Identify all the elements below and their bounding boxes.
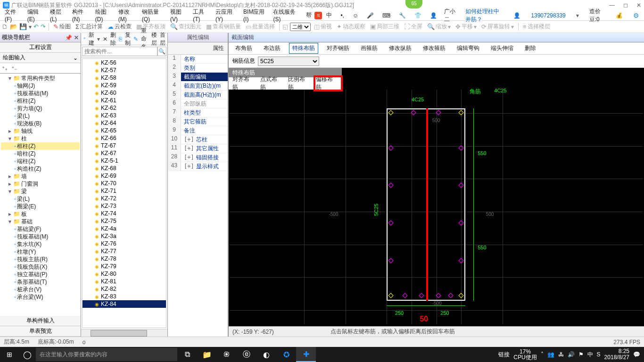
tree-node[interactable]: ▸📁轴线 xyxy=(1,127,80,135)
prop-row[interactable]: 5截面高(H边)(m xyxy=(168,90,228,99)
list-item[interactable]: ◉KZ-80 xyxy=(83,270,166,278)
tray-notif-icon[interactable]: 💬 xyxy=(633,351,640,358)
phone-dropdown-icon[interactable]: ▾ xyxy=(573,12,582,19)
ime-skin-icon[interactable]: 👕 xyxy=(412,12,424,19)
ime-mic-icon[interactable]: 🎤 xyxy=(364,12,377,19)
nav-icon-tabs[interactable]: ⁺₊⁺₋ xyxy=(0,63,81,74)
pan-tool[interactable]: ✥平移▾ xyxy=(454,23,478,31)
list-item[interactable]: ◉KZ-81 xyxy=(83,278,166,285)
list-item[interactable]: ◉KZ-75 xyxy=(83,217,166,225)
tray-people-icon[interactable]: 👥 xyxy=(547,351,554,358)
sum-tool[interactable]: Σ汇总计算 xyxy=(74,23,104,31)
section-tab[interactable]: 删除 xyxy=(522,43,539,53)
ime-face-icon[interactable]: ☺ xyxy=(350,12,361,19)
tree-node[interactable]: ▾📁柱 xyxy=(1,135,80,142)
phone-number[interactable]: 13907298339 xyxy=(528,12,568,19)
canvas-area[interactable]: 特殊布筋 对齐布筋点式布筋比例布筋偏移布筋 -500 500 500 -500 xyxy=(229,68,644,337)
list-item[interactable]: ◉KZ-72 xyxy=(83,195,166,202)
start-button[interactable]: ⊞ xyxy=(0,351,19,358)
app-360b[interactable]: ◐ xyxy=(256,347,276,362)
list-item[interactable]: ◉KZ-66 xyxy=(83,134,166,142)
list-item[interactable]: ◉KZ-61 xyxy=(83,97,166,104)
list-item[interactable]: ◉KZ-73 xyxy=(83,202,166,210)
tree-node[interactable]: ▾📁基础 xyxy=(1,218,80,225)
menu-modify[interactable]: 修改(M) xyxy=(116,8,139,23)
find-tool[interactable]: 🔍查找图元 xyxy=(169,23,203,31)
taskbar-search[interactable]: 在这里输入你要搜索的内容 xyxy=(36,348,177,361)
select-floor-tool[interactable]: ≡选择楼层 xyxy=(521,23,552,31)
tray-ime-icon[interactable]: 中 xyxy=(587,351,593,359)
section-tab[interactable]: 修改箍筋 xyxy=(420,43,448,53)
component-tree[interactable]: ▾📁常用构件类型▫轴网(J)▫筏板基础(M)▫框柱(Z)▫剪力墙(Q)▫梁(L)… xyxy=(0,74,81,316)
save-dropdown-icon[interactable]: ▾ xyxy=(29,24,32,30)
ime-cn-icon[interactable]: 中 xyxy=(323,11,335,19)
drawing[interactable]: -500 500 500 -500 xyxy=(230,90,643,324)
tray-net-icon[interactable]: 🖧 xyxy=(558,351,564,358)
rotate-screen-tool[interactable]: ⟳屏幕旋转▾ xyxy=(480,23,515,31)
undo-icon[interactable]: ↶ xyxy=(33,23,39,30)
orbit-tool[interactable]: ✦动态观察 xyxy=(335,23,367,31)
tree-node[interactable]: ▫框柱(Z) xyxy=(1,97,80,105)
align-top-tool[interactable]: ▦平齐板顶 xyxy=(135,23,167,31)
menu-component[interactable]: 构件(N) xyxy=(69,8,92,23)
tray-link[interactable]: 链接 xyxy=(498,351,510,359)
list-item[interactable]: ◉KZ-79 xyxy=(83,263,166,270)
section-tab[interactable]: 画箍筋 xyxy=(358,43,380,53)
prop-row[interactable]: 2类别 xyxy=(168,64,228,73)
tree-node[interactable]: ▫框柱(Z) xyxy=(1,142,80,150)
tree-node[interactable]: ▫集水坑(K) xyxy=(1,240,80,248)
section-tab[interactable]: 编辑弯钩 xyxy=(454,43,482,53)
topview-tool[interactable]: ◫俯视 xyxy=(313,23,333,31)
section-tab[interactable]: 对齐钢筋 xyxy=(324,43,352,53)
batch-select-tool[interactable]: ▭批量选择 xyxy=(244,23,276,31)
prop-row[interactable]: 28[+]锚固搭接 xyxy=(168,153,228,162)
tree-node[interactable]: ▫柱墩(Y) xyxy=(1,248,80,255)
menu-view[interactable]: 视图(V) xyxy=(167,8,190,23)
tree-node[interactable]: ▸📁板 xyxy=(1,210,80,218)
pin-icon[interactable]: 📌 xyxy=(65,34,72,41)
rebar-info-select[interactable]: 5C25 xyxy=(258,57,319,66)
open-icon[interactable]: 📂 xyxy=(10,23,17,30)
draw-tool[interactable]: ✎绘图 xyxy=(52,23,72,31)
section-tab[interactable]: 端头伸缩 xyxy=(488,43,516,53)
settings-icon[interactable]: ⚙ xyxy=(630,12,642,19)
menu-draw[interactable]: 绘图(D) xyxy=(92,8,116,23)
tree-node[interactable]: ▫桩承台(V) xyxy=(1,286,80,293)
app-edge[interactable]: ⓔ xyxy=(237,347,256,362)
list-item[interactable]: ◉KZ-63 xyxy=(83,112,166,119)
close-panel-icon[interactable]: ✕ xyxy=(74,34,79,41)
prop-row[interactable]: 4截面宽(B边)(m xyxy=(168,82,228,90)
list-item[interactable]: ◉KZ-3a xyxy=(83,232,166,240)
tree-node[interactable]: ▫剪力墙(Q) xyxy=(1,105,80,112)
list-item[interactable]: ◉KZ-57 xyxy=(83,66,166,74)
help-link[interactable]: 如何处理柱中并筋？ xyxy=(462,8,506,24)
section-tab[interactable]: 布角筋 xyxy=(232,43,255,53)
app-360[interactable]: ֍ xyxy=(217,347,237,362)
zoom-tool[interactable]: 🔍缩放▾ xyxy=(426,23,452,31)
list-item[interactable]: ◉KZ-65 xyxy=(83,127,166,134)
copy-button[interactable]: ⎘ xyxy=(119,36,122,42)
hscroll[interactable] xyxy=(81,329,167,337)
search-input[interactable] xyxy=(82,47,157,56)
tray-flag-icon[interactable]: ⚑ xyxy=(578,351,584,358)
list-item[interactable]: ◉KZ-68 xyxy=(83,165,166,172)
sub-tab[interactable]: 点式布筋 xyxy=(260,75,282,91)
section-tab[interactable]: 修改纵筋 xyxy=(386,43,414,53)
fullscreen-tool[interactable]: ⛶全屏 xyxy=(403,23,424,31)
tree-node[interactable]: ▫筏板主筋(R) xyxy=(1,255,80,263)
list-item[interactable]: ◉KZ-58 xyxy=(83,74,166,82)
menu-tool[interactable]: 工具(T) xyxy=(190,8,213,23)
cloud-check-tool[interactable]: ☁云检查 xyxy=(106,23,133,31)
prop-row[interactable]: 11[+]其它属性 xyxy=(168,144,228,153)
tree-node[interactable]: ▫现浇板(B) xyxy=(1,120,80,127)
taskview-icon[interactable]: ⧉ xyxy=(177,347,197,362)
prop-row[interactable]: 9备注 xyxy=(168,126,228,135)
app-glodon[interactable]: ✚ xyxy=(296,347,316,362)
tree-node[interactable]: ▸📁墙 xyxy=(1,173,80,180)
cortana-icon[interactable]: ◯ xyxy=(19,350,36,359)
list-item[interactable]: ◉KZ-76 xyxy=(83,240,166,247)
tray-up-icon[interactable]: ˄ xyxy=(541,351,544,358)
tree-node[interactable]: ▸📁门窗洞 xyxy=(1,180,80,188)
tree-node[interactable]: ▫梁(L) xyxy=(1,112,80,120)
sub-tab[interactable]: 对齐布筋 xyxy=(232,75,255,91)
